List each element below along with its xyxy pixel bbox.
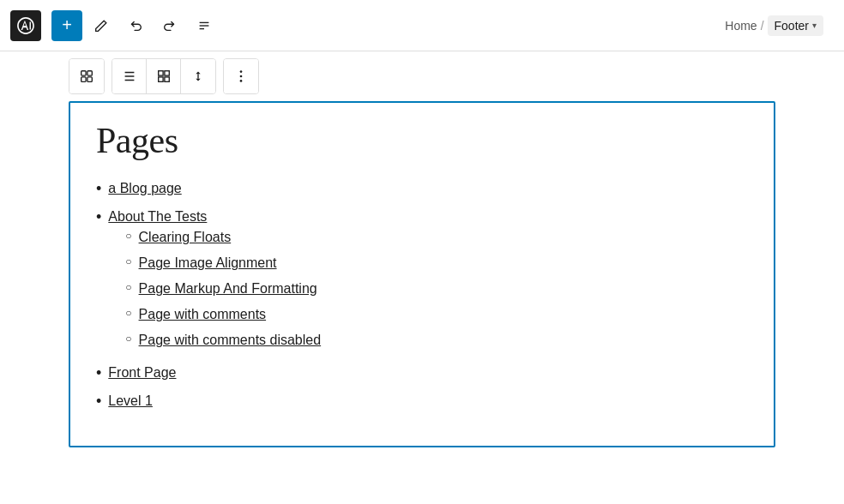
bullet-icon: • bbox=[96, 178, 101, 200]
list-item: ○ Page Markup And Formatting bbox=[108, 279, 321, 299]
pencil-icon bbox=[93, 18, 109, 33]
grid-view-toggle-button[interactable] bbox=[147, 59, 181, 93]
transform-block-button[interactable] bbox=[69, 59, 104, 93]
list-icon bbox=[122, 69, 137, 84]
page-list: • a Blog page • About The Tests ○ Cleari… bbox=[96, 178, 748, 413]
list-view-toggle-button[interactable] bbox=[112, 59, 147, 93]
svg-rect-12 bbox=[158, 77, 162, 81]
bullet-circle-icon: ○ bbox=[125, 330, 131, 347]
list-item: ○ Page Image Alignment bbox=[108, 253, 321, 273]
bullet-circle-icon: ○ bbox=[125, 253, 131, 270]
block-more-options-button[interactable] bbox=[224, 59, 258, 93]
list-view-button[interactable] bbox=[189, 10, 220, 41]
main-content: Pages • a Blog page • About The Tests ○ … bbox=[0, 101, 844, 502]
pages-block: Pages • a Blog page • About The Tests ○ … bbox=[69, 101, 775, 447]
svg-rect-11 bbox=[164, 71, 168, 75]
bullet-circle-icon: ○ bbox=[125, 279, 131, 296]
page-link-markup-formatting[interactable]: Page Markup And Formatting bbox=[139, 279, 317, 299]
breadcrumb-current[interactable]: Footer ▾ bbox=[768, 15, 823, 36]
page-link-comments[interactable]: Page with comments bbox=[139, 304, 267, 325]
block-toolbar bbox=[0, 51, 844, 101]
add-block-button[interactable]: + bbox=[51, 10, 82, 41]
list-item-with-children: About The Tests ○ Clearing Floats ○ Page… bbox=[108, 207, 321, 356]
page-link-front[interactable]: Front Page bbox=[108, 363, 176, 383]
breadcrumb: Home / Footer ▾ bbox=[725, 15, 823, 36]
list-view-icon bbox=[196, 18, 212, 33]
move-up-down-icon bbox=[190, 69, 206, 84]
block-toolbar-group-options bbox=[223, 58, 259, 94]
svg-rect-6 bbox=[87, 77, 92, 81]
list-item: ○ Page with comments disabled bbox=[108, 330, 321, 351]
bullet-icon: • bbox=[96, 391, 101, 412]
breadcrumb-current-label: Footer bbox=[775, 19, 809, 33]
undo-icon bbox=[128, 18, 143, 33]
undo-button[interactable] bbox=[120, 10, 151, 41]
bullet-circle-icon: ○ bbox=[125, 227, 131, 244]
svg-point-16 bbox=[240, 75, 243, 78]
page-link-clearing-floats[interactable]: Clearing Floats bbox=[139, 227, 232, 248]
svg-rect-13 bbox=[164, 77, 168, 81]
breadcrumb-home[interactable]: Home bbox=[725, 19, 757, 33]
redo-icon bbox=[162, 18, 178, 33]
block-toolbar-group-view bbox=[112, 58, 216, 94]
svg-rect-10 bbox=[158, 71, 162, 75]
wp-logo[interactable] bbox=[10, 10, 41, 41]
svg-point-15 bbox=[240, 70, 243, 73]
page-link-image-alignment[interactable]: Page Image Alignment bbox=[139, 253, 277, 273]
top-toolbar: + Home / Footer ▾ bbox=[0, 0, 844, 51]
redo-button[interactable] bbox=[154, 10, 185, 41]
bullet-circle-icon: ○ bbox=[125, 304, 131, 321]
edit-button[interactable] bbox=[86, 10, 117, 41]
breadcrumb-separator: / bbox=[761, 19, 764, 33]
list-item: ○ Clearing Floats bbox=[108, 227, 321, 248]
move-block-button[interactable] bbox=[181, 59, 215, 93]
list-item: • About The Tests ○ Clearing Floats ○ Pa… bbox=[96, 207, 748, 356]
block-toolbar-group-transform bbox=[69, 58, 105, 94]
more-options-icon bbox=[233, 69, 249, 84]
transform-icon bbox=[79, 69, 94, 84]
sub-page-list: ○ Clearing Floats ○ Page Image Alignment… bbox=[108, 227, 321, 351]
block-title: Pages bbox=[96, 120, 748, 161]
bullet-icon: • bbox=[96, 207, 101, 228]
svg-point-17 bbox=[240, 80, 243, 82]
list-item: ○ Page with comments bbox=[108, 304, 321, 325]
page-link-about[interactable]: About The Tests bbox=[108, 209, 207, 224]
bullet-icon: • bbox=[96, 363, 101, 384]
page-link-level1[interactable]: Level 1 bbox=[108, 391, 153, 411]
page-link-blog[interactable]: a Blog page bbox=[108, 178, 181, 199]
svg-rect-5 bbox=[81, 77, 86, 81]
svg-rect-4 bbox=[87, 71, 92, 75]
list-item: • a Blog page bbox=[96, 178, 748, 200]
svg-rect-3 bbox=[81, 71, 86, 75]
page-link-comments-disabled[interactable]: Page with comments disabled bbox=[139, 330, 322, 351]
chevron-down-icon: ▾ bbox=[812, 21, 817, 30]
list-item: • Level 1 bbox=[96, 391, 748, 412]
list-item: • Front Page bbox=[96, 363, 748, 384]
grid-icon bbox=[156, 69, 172, 84]
